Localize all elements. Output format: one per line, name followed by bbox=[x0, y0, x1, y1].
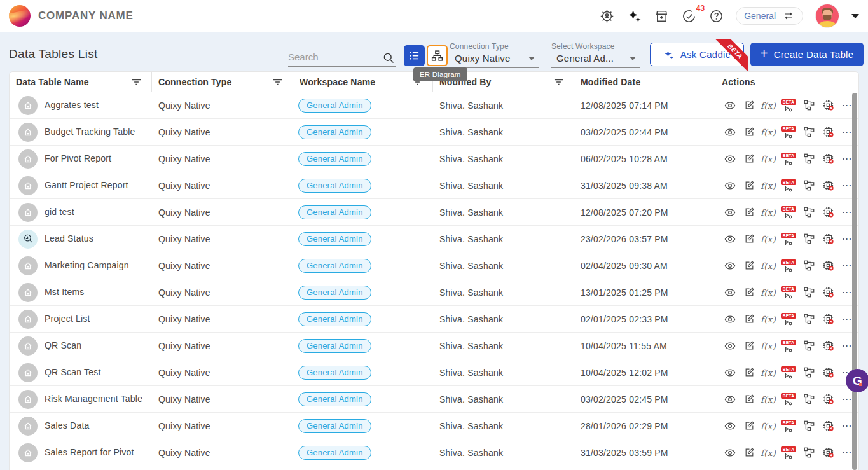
beta-flow-icon[interactable]: BETA bbox=[780, 312, 797, 327]
view-icon[interactable] bbox=[723, 205, 737, 220]
connection-type-select[interactable]: Connection Type Quixy Native bbox=[450, 42, 539, 68]
workspace-select[interactable]: Select Workspace General Ad... bbox=[551, 42, 640, 68]
edit-icon[interactable] bbox=[742, 285, 756, 300]
ai-chip-disabled-icon[interactable] bbox=[821, 285, 835, 300]
beta-flow-icon[interactable]: BETA bbox=[780, 338, 797, 354]
table-row[interactable]: For Pivot Report Quixy Native General Ad… bbox=[10, 146, 858, 172]
beta-flow-icon[interactable]: BETA bbox=[780, 258, 797, 273]
view-icon[interactable] bbox=[723, 178, 737, 193]
edit-icon[interactable] bbox=[742, 125, 756, 140]
table-row[interactable]: Aggrates test Quixy Native General Admin… bbox=[10, 92, 858, 119]
table-row[interactable]: Sales Report for Pivot Quixy Native Gene… bbox=[10, 439, 858, 466]
ai-sparkle-icon[interactable] bbox=[626, 8, 642, 24]
relationships-icon[interactable] bbox=[802, 178, 816, 193]
table-row[interactable]: Budget Tracking Table Quixy Native Gener… bbox=[10, 119, 858, 146]
beta-flow-icon[interactable]: BETA bbox=[780, 205, 797, 220]
view-icon[interactable] bbox=[723, 418, 737, 434]
profile-chevron-down-icon[interactable] bbox=[851, 14, 859, 18]
table-row[interactable]: Gantt Project Report Quixy Native Genera… bbox=[10, 172, 858, 199]
admin-settings-icon[interactable] bbox=[599, 8, 614, 24]
filter-icon[interactable] bbox=[273, 78, 282, 86]
edit-icon[interactable] bbox=[742, 418, 756, 434]
search-input[interactable] bbox=[288, 50, 382, 66]
view-icon[interactable] bbox=[723, 258, 737, 273]
data-table-name[interactable]: Marketing Campaign bbox=[45, 261, 129, 271]
data-table-name[interactable]: QR Scan bbox=[45, 341, 81, 351]
view-icon[interactable] bbox=[723, 338, 737, 354]
table-row[interactable]: QR Scan Quixy Native General Admin Shiva… bbox=[10, 333, 858, 359]
table-row[interactable]: gid test Quixy Native General Admin Shiv… bbox=[10, 199, 858, 226]
ai-chip-disabled-icon[interactable] bbox=[821, 258, 835, 273]
er-diagram-view-button[interactable] bbox=[427, 45, 448, 66]
workspace-switcher-pill[interactable]: General bbox=[736, 7, 803, 25]
create-data-table-button[interactable]: + Create Data Table bbox=[750, 43, 864, 66]
relationships-icon[interactable] bbox=[802, 232, 816, 247]
data-table-name[interactable]: Project List bbox=[45, 314, 90, 324]
edit-icon[interactable] bbox=[742, 392, 756, 407]
view-icon[interactable] bbox=[723, 232, 737, 247]
formula-icon[interactable]: f(x) bbox=[761, 418, 775, 434]
avatar[interactable] bbox=[815, 4, 839, 28]
beta-flow-icon[interactable]: BETA bbox=[780, 178, 797, 193]
ai-chip-disabled-icon[interactable] bbox=[821, 232, 835, 247]
list-view-button[interactable] bbox=[404, 45, 425, 66]
formula-icon[interactable]: f(x) bbox=[761, 445, 775, 460]
relationships-icon[interactable] bbox=[802, 205, 816, 220]
help-icon[interactable] bbox=[708, 8, 724, 24]
tasks-icon[interactable]: 43 bbox=[681, 8, 696, 24]
edit-icon[interactable] bbox=[742, 338, 756, 354]
ai-chip-disabled-icon[interactable] bbox=[821, 445, 835, 460]
formula-icon[interactable]: f(x) bbox=[761, 151, 775, 167]
data-table-name[interactable]: Budget Tracking Table bbox=[45, 127, 135, 137]
ai-chip-disabled-icon[interactable] bbox=[821, 392, 835, 407]
ai-chip-disabled-icon[interactable] bbox=[821, 365, 835, 380]
view-icon[interactable] bbox=[723, 98, 737, 113]
data-table-name[interactable]: gid test bbox=[45, 207, 74, 218]
ai-chip-disabled-icon[interactable] bbox=[821, 418, 835, 434]
data-table-name[interactable]: Aggrates test bbox=[45, 100, 99, 111]
edit-icon[interactable] bbox=[742, 151, 756, 167]
table-row[interactable]: Marketing Campaign Quixy Native General … bbox=[10, 252, 858, 279]
formula-icon[interactable]: f(x) bbox=[761, 98, 775, 113]
view-icon[interactable] bbox=[723, 125, 737, 140]
marketplace-icon[interactable] bbox=[654, 8, 669, 24]
beta-flow-icon[interactable]: BETA bbox=[780, 445, 797, 460]
table-row[interactable]: QR Scan Test Quixy Native General Admin … bbox=[10, 359, 858, 386]
beta-flow-icon[interactable]: BETA bbox=[780, 232, 797, 247]
ai-chip-disabled-icon[interactable] bbox=[821, 98, 835, 113]
formula-icon[interactable]: f(x) bbox=[761, 338, 775, 354]
data-table-name[interactable]: QR Scan Test bbox=[45, 368, 101, 378]
header-connection-type[interactable]: Connection Type bbox=[152, 72, 293, 92]
formula-icon[interactable]: f(x) bbox=[761, 258, 775, 273]
view-icon[interactable] bbox=[723, 445, 737, 460]
formula-icon[interactable]: f(x) bbox=[761, 178, 775, 193]
beta-flow-icon[interactable]: BETA bbox=[780, 365, 797, 380]
ai-chip-disabled-icon[interactable] bbox=[821, 205, 835, 220]
ai-chip-disabled-icon[interactable] bbox=[821, 178, 835, 193]
edit-icon[interactable] bbox=[742, 365, 756, 380]
view-icon[interactable] bbox=[723, 392, 737, 407]
edit-icon[interactable] bbox=[742, 312, 756, 327]
relationships-icon[interactable] bbox=[802, 125, 816, 140]
ai-chip-disabled-icon[interactable] bbox=[821, 312, 835, 327]
vertical-scrollbar[interactable] bbox=[852, 93, 857, 470]
table-row[interactable]: Mst Items Quixy Native General Admin Shi… bbox=[10, 279, 858, 306]
edit-icon[interactable] bbox=[742, 98, 756, 113]
formula-icon[interactable]: f(x) bbox=[761, 205, 775, 220]
ask-caddie-button[interactable]: Ask Caddie bbox=[650, 43, 744, 66]
beta-flow-icon[interactable]: BETA bbox=[780, 285, 797, 300]
data-table-name[interactable]: Gantt Project Report bbox=[45, 181, 128, 191]
ai-chip-disabled-icon[interactable] bbox=[821, 338, 835, 354]
beta-flow-icon[interactable]: BETA bbox=[780, 151, 797, 167]
formula-icon[interactable]: f(x) bbox=[761, 285, 775, 300]
relationships-icon[interactable] bbox=[802, 392, 816, 407]
edit-icon[interactable] bbox=[742, 258, 756, 273]
view-icon[interactable] bbox=[723, 151, 737, 167]
formula-icon[interactable]: f(x) bbox=[761, 365, 775, 380]
view-icon[interactable] bbox=[723, 365, 737, 380]
beta-flow-icon[interactable]: BETA bbox=[780, 392, 797, 407]
filter-icon[interactable] bbox=[132, 78, 141, 86]
relationships-icon[interactable] bbox=[802, 98, 816, 113]
edit-icon[interactable] bbox=[742, 445, 756, 460]
relationships-icon[interactable] bbox=[802, 312, 816, 327]
